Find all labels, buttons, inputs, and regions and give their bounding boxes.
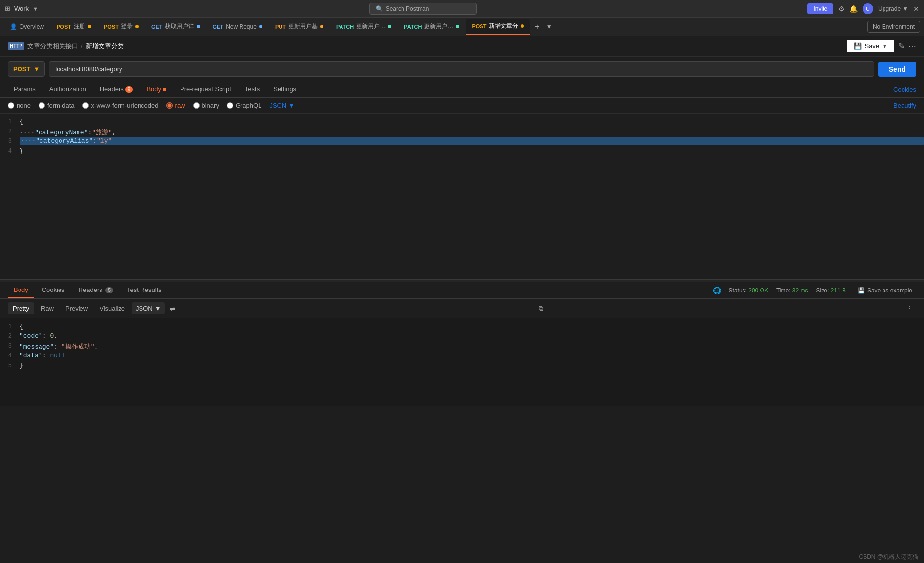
resp-tab-body[interactable]: Body <box>8 282 34 298</box>
resp-line-2: 2 "code": 0, <box>0 332 924 342</box>
settings-icon[interactable]: ⚙ <box>838 5 844 13</box>
size-label: Size: 211 B <box>816 287 846 294</box>
tab-label-post-register: 注册 <box>74 22 85 31</box>
resp-line-content-3: "message": "操作成功", <box>20 342 924 351</box>
radio-form-data[interactable]: form-data <box>39 102 75 109</box>
resp-tab-cookies[interactable]: Cookies <box>36 282 71 298</box>
radio-binary[interactable]: binary <box>193 102 219 109</box>
request-line-3: 3 ····"categoryAlias":"ly" <box>0 137 924 147</box>
json-chevron-icon: ▼ <box>288 102 295 109</box>
save-example-button[interactable]: 💾 Save as example <box>854 285 916 296</box>
close-icon[interactable]: ✕ <box>913 5 919 13</box>
url-bar: POST ▼ Send <box>0 57 924 81</box>
tab-get-users[interactable]: GET 获取用户详 <box>145 19 206 35</box>
breadcrumb-current: 新增文章分类 <box>86 42 124 51</box>
resp-view-raw[interactable]: Raw <box>36 302 59 314</box>
radio-none[interactable]: none <box>8 102 31 109</box>
top-bar-left: ⊞ Work ▼ <box>5 5 38 12</box>
search-icon: 🔍 <box>376 5 383 12</box>
resp-copy-icon[interactable]: ⧉ <box>536 302 546 315</box>
radio-graphql[interactable]: GraphQL <box>227 102 261 109</box>
resp-line-3: 3 "message": "操作成功", <box>0 342 924 351</box>
resp-line-content-4: "data": null <box>20 352 924 359</box>
resp-line-content-2: "code": 0, <box>20 332 924 340</box>
breadcrumb-parent[interactable]: 文章分类相关接口 <box>27 42 78 51</box>
tab-method-get-users: GET <box>151 24 162 30</box>
json-format-selector[interactable]: JSON ▼ <box>269 102 295 109</box>
tab-dot-patch-update1 <box>388 25 391 28</box>
globe-icon[interactable]: 🌐 <box>713 287 721 294</box>
request-tabs: Params Authorization Headers9 Body Pre-r… <box>0 81 924 98</box>
method-chevron-icon: ▼ <box>33 65 40 73</box>
url-input[interactable] <box>49 61 874 77</box>
tab-settings[interactable]: Settings <box>267 81 302 97</box>
radio-form-data-input[interactable] <box>39 102 45 109</box>
request-line-4: 4 } <box>0 147 924 156</box>
json-format-label: JSON <box>269 102 286 109</box>
radio-raw[interactable]: raw <box>166 102 185 109</box>
tab-post-login[interactable]: POST 登录 <box>98 19 144 35</box>
radio-none-label: none <box>17 102 31 109</box>
radio-binary-input[interactable] <box>193 102 200 109</box>
method-selector[interactable]: POST ▼ <box>8 61 45 77</box>
search-placeholder: Search Postman <box>386 5 429 12</box>
radio-urlencoded-input[interactable] <box>82 102 89 109</box>
breadcrumb-bar: HTTP 文章分类相关接口 / 新增文章分类 💾 Save ▼ ✎ ⋯ <box>0 36 924 57</box>
avatar-icon[interactable]: U <box>863 3 873 14</box>
tab-method-get-newreq: GET <box>213 24 224 30</box>
tabs-chevron-icon[interactable]: ▼ <box>544 23 554 30</box>
resp-view-pretty[interactable]: Pretty <box>8 302 34 314</box>
beautify-link[interactable]: Beautify <box>893 102 916 109</box>
tab-dot-post-register <box>88 25 91 28</box>
radio-none-input[interactable] <box>8 102 14 109</box>
bell-icon[interactable]: 🔔 <box>849 5 858 13</box>
radio-graphql-input[interactable] <box>227 102 233 109</box>
resp-tab-headers[interactable]: Headers 5 <box>73 282 119 298</box>
tab-headers[interactable]: Headers9 <box>94 81 139 97</box>
tab-overview[interactable]: 👤 Overview <box>4 19 50 35</box>
body-type-bar: none form-data x-www-form-urlencoded raw… <box>0 98 924 114</box>
resp-view-visualize[interactable]: Visualize <box>95 302 130 314</box>
request-line-2: 2 ····"categoryName":"旅游", <box>0 127 924 137</box>
resp-filter-icon[interactable]: ⇌ <box>167 302 179 315</box>
time-label: Time: 32 ms <box>776 287 808 294</box>
tab-label-put-update: 更新用户基 <box>288 22 318 31</box>
footer-text: CSDN @机器人迈克猫 <box>859 553 918 560</box>
send-button[interactable]: Send <box>878 62 916 77</box>
tab-patch-update1[interactable]: PATCH 更新用户… <box>330 19 397 35</box>
workspace-label[interactable]: Work <box>14 5 29 12</box>
radio-raw-input[interactable] <box>166 102 173 109</box>
resp-more-icon[interactable]: ⋮ <box>904 302 916 315</box>
environment-selector[interactable]: No Environment <box>867 21 920 33</box>
resp-json-selector[interactable]: JSON ▼ <box>132 302 165 314</box>
edit-icon[interactable]: ✎ <box>898 41 904 51</box>
invite-button[interactable]: Invite <box>807 3 833 14</box>
upgrade-button[interactable]: Upgrade ▼ <box>878 5 908 12</box>
save-example-icon: 💾 <box>858 287 865 294</box>
cookies-link[interactable]: Cookies <box>893 86 916 93</box>
add-tab-button[interactable]: + <box>531 22 543 31</box>
tab-body[interactable]: Body <box>141 81 172 97</box>
tab-params[interactable]: Params <box>8 81 41 97</box>
resp-json-label: JSON <box>136 305 153 312</box>
tab-authorization[interactable]: Authorization <box>43 81 92 97</box>
radio-urlencoded[interactable]: x-www-form-urlencoded <box>82 102 159 109</box>
tab-method-post-newcat: POST <box>472 23 486 29</box>
tab-prerequest[interactable]: Pre-request Script <box>174 81 237 97</box>
search-box[interactable]: 🔍 Search Postman <box>369 3 477 15</box>
tab-dot-get-newreq <box>259 25 262 28</box>
resp-tab-test-results[interactable]: Test Results <box>121 282 167 298</box>
tab-post-register[interactable]: POST 注册 <box>51 19 97 35</box>
tab-tests[interactable]: Tests <box>239 81 265 97</box>
tab-put-update[interactable]: PUT 更新用户基 <box>269 19 329 35</box>
workspace-chevron-icon[interactable]: ▼ <box>33 6 38 12</box>
save-button[interactable]: 💾 Save ▼ <box>847 40 894 52</box>
tab-post-newcat[interactable]: POST 新增文章分 <box>466 19 530 35</box>
tab-get-newreq[interactable]: GET New Reque <box>207 19 268 35</box>
resp-view-preview[interactable]: Preview <box>60 302 93 314</box>
status-label: Status: 200 OK <box>729 287 768 294</box>
resp-json-chevron-icon: ▼ <box>155 305 161 312</box>
save-chevron-icon: ▼ <box>882 43 887 49</box>
tab-patch-update2[interactable]: PATCH 更新用户… <box>398 19 465 35</box>
more-icon[interactable]: ⋯ <box>908 41 916 51</box>
